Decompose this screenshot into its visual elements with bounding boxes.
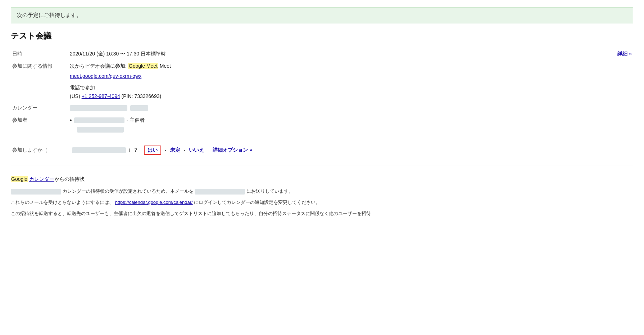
footer-notice: カレンダーの招待状の受信が設定されているため、本メールを にお送りしています。 <box>11 188 633 195</box>
rsvp-options-button[interactable]: 詳細オプション » <box>213 147 252 153</box>
pin-text: (PIN: 733326693) <box>122 93 162 99</box>
google-text: Google <box>11 176 28 182</box>
footer-recipient-redacted <box>195 189 245 195</box>
meet-url-link[interactable]: meet.google.com/quv-oxrm-qwx <box>70 73 141 79</box>
attendees-cell: • - 主催者 <box>68 114 633 135</box>
dash-separator-1: - <box>165 147 167 153</box>
unsubscribe-suffix: にログインしてカレンダーの通知設定を変更してください。 <box>194 200 320 205</box>
invite-banner: 次の予定にご招待します。 <box>11 7 633 23</box>
forward-warning-text: この招待状を転送すると、転送先のユーザーも、主催者に出欠の返答を送信してゲストリ… <box>11 211 371 216</box>
rsvp-row: 参加しますか（ ）？ はい - 未定 - いいえ 詳細オプション » <box>11 143 633 158</box>
attendee2-redacted <box>77 127 124 133</box>
attendee-1: • - 主催者 <box>70 117 632 124</box>
event-info-table: 日時 2020/11/20 (金) 16:30 〜 17:30 日本標準時 詳細… <box>11 48 633 135</box>
meet-text-after: Meet <box>160 63 171 69</box>
footer-sender-redacted <box>11 189 61 195</box>
footer-section: Google カレンダーからの招待状 カレンダーの招待状の受信が設定されているた… <box>11 173 633 217</box>
rsvp-yes-button[interactable]: はい <box>144 146 161 155</box>
date-cell: 2020/11/20 (金) 16:30 〜 17:30 日本標準時 詳細 » <box>68 48 633 60</box>
attendees-row: 参加者 • - 主催者 <box>11 114 633 135</box>
attendee1-redacted <box>74 117 124 123</box>
phone-number[interactable]: +1 252-987-4094 <box>82 93 120 99</box>
rsvp-email-redacted <box>72 147 126 153</box>
invite-banner-text: 次の予定にご招待します。 <box>17 12 82 18</box>
calendar-cell <box>68 102 633 114</box>
rsvp-label: 参加しますか（ <box>12 147 70 153</box>
date-value: 2020/11/20 (金) 16:30 〜 17:30 日本標準時 <box>70 51 166 57</box>
google-calendar-source: Google カレンダーからの招待状 <box>11 176 633 183</box>
footer-notice-middle: カレンダーの招待状の受信が設定されているため、本メールを <box>63 188 194 194</box>
phone-title: 電話で参加 <box>70 85 95 90</box>
rsvp-no-button[interactable]: いいえ <box>189 147 204 153</box>
calendar-redacted <box>70 105 127 111</box>
join-cell: 次からビデオ会議に参加: Google Meet Meet meet.googl… <box>68 60 633 102</box>
unsubscribe-prefix: これらのメールを受けとらないようにするには、 <box>11 200 114 205</box>
attendee-2 <box>77 126 632 133</box>
calendar-label: カレンダー <box>11 102 68 114</box>
attendees-label: 参加者 <box>11 114 68 135</box>
event-title: テスト会議 <box>11 31 633 41</box>
calendar-link[interactable]: カレンダー <box>29 176 54 182</box>
phone-prefix: (US) <box>70 93 80 99</box>
bullet-icon: • <box>70 117 72 124</box>
dash-separator-2: - <box>184 147 186 153</box>
date-row: 日時 2020/11/20 (金) 16:30 〜 17:30 日本標準時 詳細… <box>11 48 633 60</box>
rsvp-suffix: ）？ <box>128 147 138 153</box>
unsubscribe-link[interactable]: https://calendar.google.com/calendar/ <box>115 200 193 205</box>
join-video-text: 次からビデオ会議に参加: <box>70 63 127 69</box>
invite-source-text: からの招待状 <box>54 176 85 182</box>
google-meet-label: Google Meet <box>128 63 158 69</box>
date-label: 日時 <box>11 48 68 60</box>
calendar-redacted2 <box>130 105 148 111</box>
rsvp-maybe-button[interactable]: 未定 <box>170 147 180 153</box>
organizer-text: - 主催者 <box>127 117 145 124</box>
join-info-row: 参加に関する情報 次からビデオ会議に参加: Google Meet Meet m… <box>11 60 633 102</box>
footer-notice-end: にお送りしています。 <box>246 188 293 194</box>
join-label: 参加に関する情報 <box>11 60 68 102</box>
footer-forward-warning: この招待状を転送すると、転送先のユーザーも、主催者に出欠の返答を送信してゲストリ… <box>11 210 633 218</box>
divider <box>11 165 633 165</box>
detail-link[interactable]: 詳細 » <box>617 51 632 57</box>
calendar-row: カレンダー <box>11 102 633 114</box>
footer-unsubscribe: これらのメールを受けとらないようにするには、 https://calendar.… <box>11 199 633 206</box>
